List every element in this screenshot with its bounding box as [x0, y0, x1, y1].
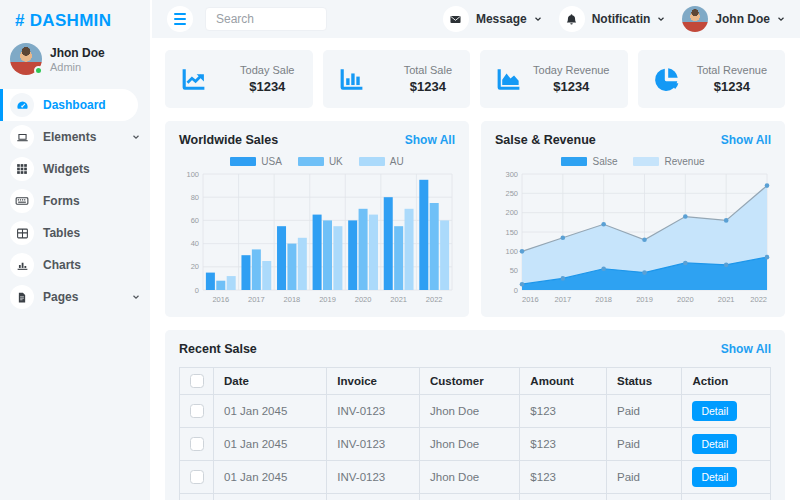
legend-item-usa[interactable]: USA	[230, 156, 282, 167]
column-header-customer: Customer	[419, 368, 519, 395]
topbar-user-name: John Doe	[715, 12, 770, 26]
search-input[interactable]	[205, 7, 327, 31]
topbar: Message Notificatin John Doe	[150, 0, 800, 38]
stat-value: $1234	[249, 79, 285, 94]
svg-text:2021: 2021	[390, 295, 407, 304]
avatar	[682, 6, 708, 32]
sidebar-item-charts[interactable]: Charts	[0, 249, 150, 281]
user-dropdown[interactable]: John Doe	[682, 6, 785, 32]
worldwide-sales-bar-chart: 0204060801002016201720182019202020212022	[179, 169, 455, 307]
stat-label: Today Revenue	[533, 64, 609, 76]
sidebar-item-label: Widgets	[43, 162, 90, 176]
sidebar-item-label: Dashboard	[43, 98, 106, 112]
avatar	[10, 43, 42, 75]
recent-salse-table: DateInvoiceCustomerAmountStatusAction 01…	[179, 367, 771, 500]
legend-item-au[interactable]: AU	[359, 156, 404, 167]
cell-amount: $123	[520, 395, 607, 428]
svg-text:2016: 2016	[522, 295, 539, 304]
legend-label: Revenue	[664, 156, 704, 167]
cell-invoice: INV-0123	[327, 494, 420, 500]
sidebar-item-label: Charts	[43, 258, 81, 272]
svg-text:80: 80	[191, 193, 199, 202]
stat-card-today-sale: Today Sale$1234	[165, 50, 313, 108]
show-all-link[interactable]: Show All	[721, 342, 771, 356]
cell-status: Paid	[606, 461, 681, 494]
laptop-icon	[10, 125, 34, 149]
recent-salse-card: Recent Salse Show All DateInvoiceCustome…	[165, 330, 785, 500]
sidebar-item-dashboard[interactable]: Dashboard	[0, 89, 138, 121]
chevron-down-icon	[657, 15, 665, 23]
salse-revenue-title: Salse & Revenue	[495, 133, 596, 147]
notification-dropdown[interactable]: Notificatin	[559, 6, 666, 32]
show-all-link[interactable]: Show All	[721, 133, 771, 147]
stat-label: Total Sale	[404, 64, 452, 76]
legend-swatch	[359, 157, 385, 166]
table-row: 01 Jan 2045INV-0123Jhon Doe$123PaidDetai…	[180, 461, 771, 494]
legend-label: Salse	[592, 156, 617, 167]
select-all-checkbox[interactable]	[190, 374, 204, 388]
detail-button[interactable]: Detail	[692, 467, 737, 487]
chart-pie-icon	[652, 65, 681, 94]
column-header-action: Action	[682, 368, 771, 395]
svg-text:60: 60	[191, 216, 199, 225]
detail-button[interactable]: Detail	[692, 401, 737, 421]
chart-column-icon	[337, 65, 366, 94]
row-checkbox[interactable]	[190, 470, 204, 484]
chart-area-icon	[494, 65, 523, 94]
svg-text:2017: 2017	[554, 295, 571, 304]
cell-status: Paid	[606, 494, 681, 500]
cell-invoice: INV-0123	[327, 461, 420, 494]
legend-item-salse[interactable]: Salse	[561, 156, 617, 167]
message-dropdown[interactable]: Message	[443, 6, 542, 32]
envelope-icon	[443, 6, 469, 32]
sidebar-item-pages[interactable]: Pages	[0, 281, 150, 313]
file-icon	[10, 285, 34, 309]
column-header-status: Status	[606, 368, 681, 395]
legend-item-uk[interactable]: UK	[298, 156, 343, 167]
sidebar-item-label: Forms	[43, 194, 80, 208]
app-logo[interactable]: # DASHMIN	[0, 0, 150, 39]
sidebar-item-widgets[interactable]: Widgets	[0, 153, 150, 185]
hamburger-icon[interactable]	[167, 6, 193, 32]
row-checkbox[interactable]	[190, 437, 204, 451]
legend-swatch	[633, 157, 659, 166]
detail-button[interactable]: Detail	[692, 434, 737, 454]
stats-row: Today Sale$1234Total Sale$1234Today Reve…	[165, 50, 785, 108]
svg-text:20: 20	[191, 262, 199, 271]
legend-label: USA	[261, 156, 282, 167]
sidebar-user-name: Jhon Doe	[50, 46, 105, 61]
stat-card-total-revenue: Total Revenue$1234	[638, 50, 786, 108]
sidebar-item-label: Tables	[43, 226, 80, 240]
notification-label: Notificatin	[592, 12, 651, 26]
sidebar-item-elements[interactable]: Elements	[0, 121, 150, 153]
table-icon	[10, 221, 34, 245]
legend-swatch	[230, 157, 256, 166]
svg-text:100: 100	[186, 170, 199, 179]
row-checkbox[interactable]	[190, 404, 204, 418]
salse-revenue-area-chart: 0501001502002503002016201720182019202020…	[495, 169, 771, 307]
tachometer-icon	[10, 93, 34, 117]
svg-text:2022: 2022	[426, 295, 443, 304]
stat-label: Total Revenue	[697, 64, 767, 76]
chart-bar-icon	[10, 253, 34, 277]
cell-customer: Jhon Doe	[419, 428, 519, 461]
keyboard-icon	[10, 189, 34, 213]
cell-date: 01 Jan 2045	[214, 461, 327, 494]
sidebar-item-tables[interactable]: Tables	[0, 217, 150, 249]
cell-amount: $123	[520, 461, 607, 494]
table-row: 01 Jan 2045INV-0123Jhon Doe$123PaidDetai…	[180, 494, 771, 500]
cell-customer: Jhon Doe	[419, 494, 519, 500]
show-all-link[interactable]: Show All	[405, 133, 455, 147]
recent-salse-title: Recent Salse	[179, 342, 257, 356]
svg-text:40: 40	[191, 239, 199, 248]
stat-value: $1234	[714, 79, 750, 94]
cell-date: 01 Jan 2045	[214, 395, 327, 428]
sidebar-user[interactable]: Jhon Doe Admin	[0, 39, 150, 89]
online-status-dot	[34, 66, 43, 75]
sidebar-item-forms[interactable]: Forms	[0, 185, 150, 217]
svg-text:2018: 2018	[595, 295, 612, 304]
cell-customer: Jhon Doe	[419, 395, 519, 428]
cell-status: Paid	[606, 428, 681, 461]
legend-item-revenue[interactable]: Revenue	[633, 156, 704, 167]
worldwide-sales-card: Worldwide Sales Show All USAUKAU 0204060…	[165, 121, 469, 317]
